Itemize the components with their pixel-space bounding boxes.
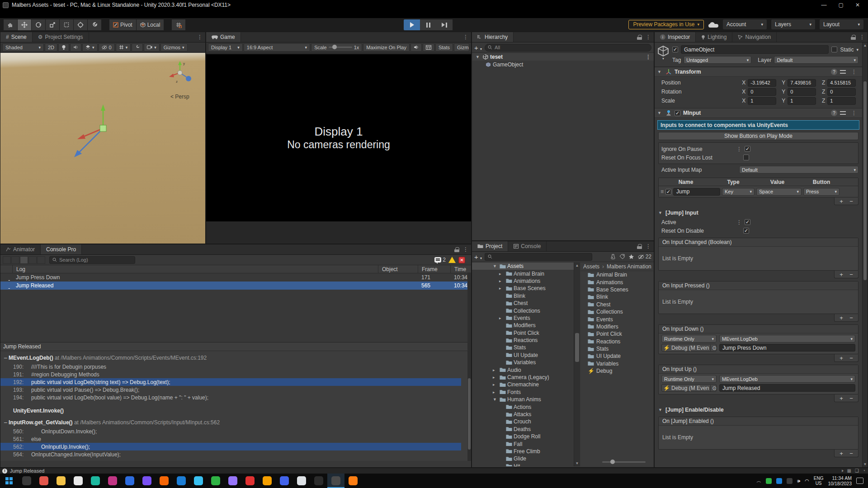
console-toolbar-button[interactable]: [37, 256, 45, 264]
taskbar-app-icon[interactable]: [344, 474, 362, 488]
console-toolbar-button[interactable]: [3, 256, 11, 264]
tree-item[interactable]: Blink: [472, 292, 574, 300]
scene-camera-dropdown[interactable]: ▾: [144, 43, 160, 52]
preview-packages-button[interactable]: Preview Packages in Use▾: [628, 20, 704, 29]
tree-expand-arrow[interactable]: ▼: [493, 264, 498, 268]
event-method-dropdown[interactable]: MEvent.LogDeb▾: [719, 375, 855, 383]
y-field[interactable]: 7.439816: [788, 79, 816, 87]
local-toggle-button[interactable]: Local: [137, 19, 164, 30]
add-row-button[interactable]: +: [837, 198, 845, 204]
gameobject-active-checkbox[interactable]: [672, 47, 678, 52]
event-argument-field[interactable]: Jump Press Down: [719, 344, 855, 352]
scene-orientation-gizmo[interactable]: z y: [167, 59, 193, 87]
stack-frame-2[interactable]: – InputRow.get_GetValue() at /Malbers An…: [0, 416, 467, 427]
y-field[interactable]: 1: [788, 97, 816, 105]
object-picker-icon[interactable]: ⊙: [710, 385, 717, 391]
transform-tool-button[interactable]: [74, 19, 87, 30]
taskbar-app-icon[interactable]: [18, 474, 35, 488]
hidden-items-toggle[interactable]: 22: [638, 253, 651, 260]
custom-tool-button[interactable]: [88, 19, 101, 30]
taskbar-app-icon[interactable]: [327, 474, 344, 488]
presets-icon[interactable]: [840, 111, 846, 115]
tab-project-settings[interactable]: ⚙Project Settings: [33, 32, 89, 42]
drag-handle-icon[interactable]: ≡: [660, 188, 664, 195]
inspector-scrollbar[interactable]: ▲▼: [862, 42, 868, 467]
stack-frame-1[interactable]: – MEvent.LogDeb() at /Malbers Animations…: [0, 351, 467, 363]
list-item[interactable]: ⚡ Collections: [580, 308, 653, 315]
tree-item[interactable]: ▼ Assets: [472, 263, 574, 270]
hierarchy-scene-row[interactable]: ▼ teset ⋮: [472, 53, 654, 61]
scene-panel-menu-icon[interactable]: ⋮: [194, 32, 205, 42]
maximize-on-play-toggle[interactable]: Maximize On Play: [363, 43, 410, 52]
list-item[interactable]: ⚡ Modifiers: [580, 323, 653, 330]
list-item[interactable]: ⚡ Debug: [580, 367, 653, 375]
static-checkbox[interactable]: [831, 47, 837, 52]
layout-dropdown[interactable]: Layout▾: [820, 19, 863, 29]
remove-row-button[interactable]: −: [847, 198, 855, 204]
tree-item[interactable]: ▼ Human Anims: [472, 396, 574, 403]
console-scrollbar[interactable]: [467, 272, 471, 461]
maximize-button[interactable]: ▢: [839, 2, 844, 8]
minput-header[interactable]: ▼ MInput ? ⋮: [655, 108, 862, 118]
start-button[interactable]: [0, 474, 18, 488]
taskbar-app-icon[interactable]: [276, 474, 293, 488]
scene-audio-icon[interactable]: [70, 43, 81, 52]
tray-expand-icon[interactable]: ︿: [756, 478, 761, 484]
taskbar-app-icon[interactable]: [138, 474, 156, 488]
taskbar-app-icon[interactable]: [52, 474, 70, 488]
console-menu-icon[interactable]: ⋮: [460, 246, 471, 253]
minimize-button[interactable]: —: [821, 2, 827, 8]
language-indicator[interactable]: ENGUS: [814, 476, 824, 486]
taskbar-app-icon[interactable]: [104, 474, 121, 488]
status-grid-icon[interactable]: ▦: [847, 468, 851, 474]
shading-mode-dropdown[interactable]: Shaded▾: [2, 43, 44, 52]
x-field[interactable]: -3.19542: [748, 79, 776, 87]
console-log-row[interactable]: Jump Press Down 171 10:34:: [0, 273, 471, 282]
status-bar[interactable]: ! Jump Released 🕨 ▦ ❑ ◔: [0, 468, 868, 474]
list-item[interactable]: ⚡ Point Click: [580, 330, 653, 338]
tree-expand-arrow[interactable]: ▸: [499, 279, 505, 283]
perspective-label[interactable]: < Persp: [170, 94, 189, 100]
pause-button[interactable]: [420, 19, 436, 30]
tree-item[interactable]: Reactions: [472, 337, 574, 344]
static-dropdown-arrow[interactable]: ▾: [856, 47, 859, 52]
game-panel-menu-icon[interactable]: ⋮: [460, 32, 471, 42]
icon-picker-arrow[interactable]: ▾: [662, 57, 664, 61]
project-create-button[interactable]: + ▾: [474, 253, 482, 261]
list-item[interactable]: ⚡ Stats: [580, 345, 653, 352]
event-method-dropdown[interactable]: MEvent.LogDeb▾: [719, 335, 855, 343]
aspect-ratio-dropdown[interactable]: 16:9 Aspect▾: [244, 43, 310, 52]
project-zoom-slider[interactable]: [602, 461, 646, 463]
hierarchy-menu-icon[interactable]: ⋮: [643, 34, 654, 40]
taskbar-app-icon[interactable]: [224, 474, 241, 488]
taskbar-app-icon[interactable]: [310, 474, 327, 488]
tree-expand-arrow[interactable]: ▸: [493, 375, 498, 380]
game-gizmos-dropdown[interactable]: Gizmos: [454, 43, 469, 52]
project-search[interactable]: [485, 253, 592, 261]
column-time[interactable]: Time: [450, 265, 471, 273]
rotate-tool-button[interactable]: [32, 19, 45, 30]
hierarchy-search[interactable]: [485, 44, 651, 52]
y-field[interactable]: 0: [788, 88, 816, 96]
ignore-on-pause-checkbox[interactable]: [745, 146, 750, 152]
add-event-button[interactable]: +: [837, 355, 845, 361]
tree-item[interactable]: ▸ Cinemachine: [472, 381, 574, 388]
event-object-field[interactable]: ⚡Debug (M Even⊙: [661, 344, 717, 352]
status-activity-icon[interactable]: ◔: [863, 468, 865, 474]
component-menu-icon[interactable]: ⋮: [849, 69, 859, 75]
rect-tool-button[interactable]: [60, 19, 73, 30]
error-count-toggle[interactable]: ✕: [458, 257, 465, 263]
tray-icon[interactable]: [766, 478, 772, 484]
tree-item[interactable]: ▸ Audio: [472, 366, 574, 373]
console-search-input[interactable]: [59, 257, 132, 263]
volume-icon[interactable]: 🕪: [797, 478, 800, 484]
input-value-dropdown[interactable]: Space▾: [756, 188, 802, 196]
code-line[interactable]: 194:public virtual void LogDeb(bool valu…: [0, 394, 467, 401]
remove-event-button[interactable]: −: [847, 314, 855, 321]
tree-expand-arrow[interactable]: ▸: [499, 316, 505, 320]
component-menu-icon[interactable]: ⋮: [849, 110, 859, 116]
tree-item[interactable]: Crouch: [472, 418, 574, 425]
tree-item[interactable]: ▸ Base Scenes: [472, 285, 574, 292]
z-field[interactable]: 0: [827, 88, 856, 96]
scene-visibility-toggle[interactable]: 0: [99, 43, 115, 52]
